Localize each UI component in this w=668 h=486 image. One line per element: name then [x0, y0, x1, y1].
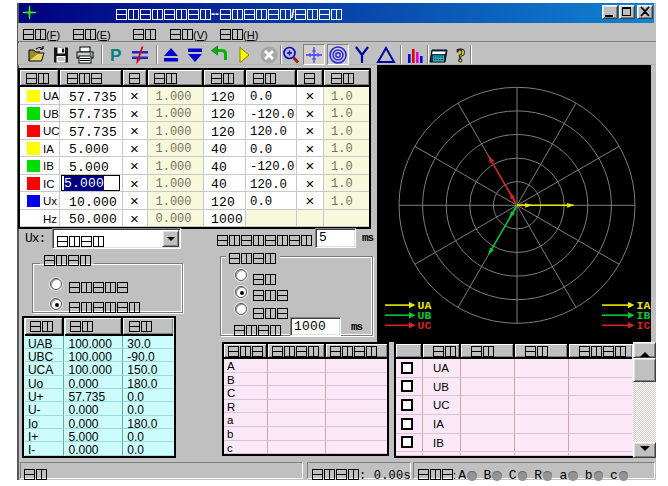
svg-text:P: P [110, 46, 121, 65]
svg-text:?: ? [456, 45, 466, 65]
svg-text:IC: IC [636, 319, 650, 332]
svg-text:UC: UC [417, 319, 431, 332]
